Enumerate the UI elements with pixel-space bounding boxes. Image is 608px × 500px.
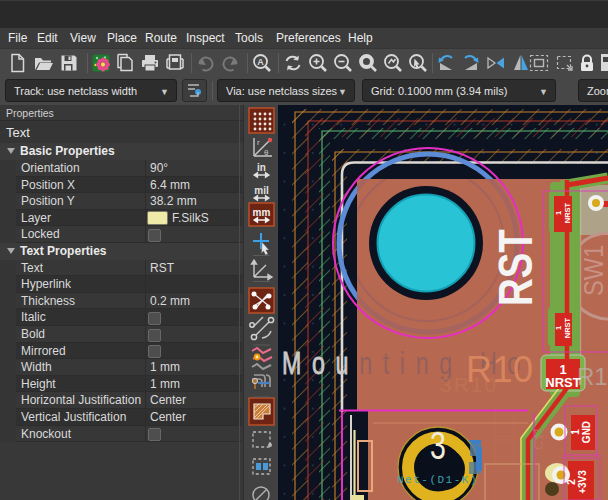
svg-text:in: in: [257, 162, 266, 173]
svg-text:R10: R10: [577, 363, 608, 390]
svg-text:C11: C11: [531, 427, 546, 450]
svg-text:NRST: NRST: [563, 202, 572, 223]
svg-text:1: 1: [554, 211, 563, 215]
svg-text:NRST: NRST: [563, 317, 572, 338]
svg-text:SW1: SW1: [577, 244, 608, 296]
svg-text:θ: θ: [264, 148, 269, 157]
svg-text:GND: GND: [581, 421, 592, 443]
svg-text:Net-(D1-K): Net-(D1-K): [397, 474, 478, 486]
svg-text:3: 3: [430, 425, 446, 467]
svg-text:mil: mil: [254, 185, 269, 196]
svg-text:3R10: 3R10: [440, 373, 498, 396]
svg-text:A: A: [257, 57, 264, 67]
svg-text:r: r: [257, 138, 260, 147]
svg-text:2: 2: [566, 479, 577, 485]
svg-text:1: 1: [570, 429, 581, 435]
svg-text:RST: RST: [489, 229, 542, 306]
svg-text:1: 1: [554, 326, 563, 330]
svg-text:+3V3: +3V3: [577, 470, 588, 494]
svg-text:mm: mm: [253, 207, 271, 218]
svg-text:NRST: NRST: [545, 375, 580, 390]
